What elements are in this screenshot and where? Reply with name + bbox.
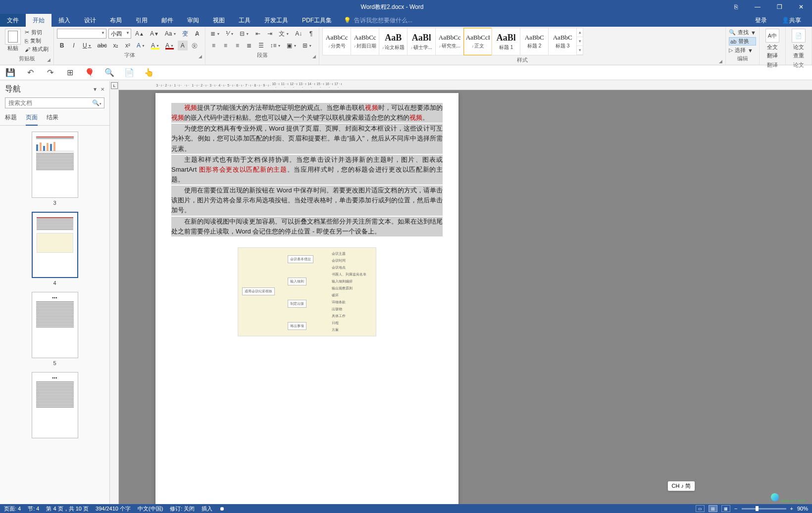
grow-font-button[interactable]: A▲	[133, 29, 146, 39]
font-launcher-icon[interactable]: ◢	[199, 54, 202, 59]
undo-button[interactable]: ↶	[26, 68, 35, 77]
clipboard-launcher-icon[interactable]: ◢	[47, 57, 51, 62]
tab-file[interactable]: 文件	[0, 14, 26, 27]
shading-button[interactable]: ▣▼	[285, 41, 299, 50]
nav-tab-headings[interactable]: 标题	[5, 111, 17, 125]
ribbon-display-options-icon[interactable]: ⎘	[725, 0, 747, 14]
status-page[interactable]: 页面: 4	[4, 505, 21, 513]
tab-layout[interactable]: 布局	[103, 14, 129, 27]
zoom-level[interactable]: 90%	[797, 506, 808, 512]
nav-close-icon[interactable]: ✕	[101, 87, 104, 92]
read-mode-button[interactable]: ▭	[696, 505, 705, 512]
style-card[interactable]: AaBl标题 1	[492, 28, 520, 55]
find-button[interactable]: 🔍查找▼	[729, 29, 756, 36]
close-icon[interactable]: ✕	[790, 0, 812, 14]
page-thumbnail[interactable]: 4	[32, 212, 78, 286]
decrease-indent-button[interactable]: ⇤	[253, 29, 263, 39]
embedded-diagram[interactable]: 通用会议纪要模板会议基本信息输入细则制定出版将出事项会议主题会议时间会议地点书面…	[238, 247, 376, 336]
justify-button[interactable]: ≣	[244, 41, 254, 50]
tab-review[interactable]: 审阅	[180, 14, 206, 27]
font-name-input[interactable]	[57, 29, 106, 39]
subscript-button[interactable]: x₂	[111, 41, 121, 50]
zoom-out-button[interactable]: −	[734, 506, 737, 512]
status-track-changes[interactable]: 修订: 关闭	[170, 505, 195, 513]
asian-layout-button[interactable]: 文▼	[277, 29, 291, 39]
horizontal-ruler[interactable]: 3 · ı · 2 · ı · 1 · ı · · ı · 1 · ı · 2 …	[119, 81, 812, 90]
find-icon[interactable]: 🔍	[105, 68, 114, 77]
maximize-icon[interactable]: ❐	[768, 0, 790, 14]
highlight-button[interactable]: A▼	[149, 41, 161, 50]
text-effects-button[interactable]: A▼	[135, 41, 147, 50]
numbering-button[interactable]: ⅟▼	[224, 29, 236, 39]
nav-options-icon[interactable]: ▼	[93, 87, 98, 92]
show-marks-button[interactable]: ¶	[306, 29, 316, 39]
char-shading-button[interactable]: A	[178, 41, 188, 50]
format-painter-button[interactable]: 🖌格式刷	[25, 46, 49, 53]
minimize-icon[interactable]: —	[747, 0, 768, 14]
tab-view[interactable]: 视图	[206, 14, 232, 27]
tell-me-input[interactable]	[354, 17, 443, 24]
paste-button[interactable]: 粘贴	[3, 28, 23, 54]
cut-button[interactable]: ✂剪切	[25, 29, 49, 36]
zoom-slider[interactable]	[742, 508, 786, 510]
multilevel-button[interactable]: ⊟▼	[238, 29, 251, 39]
style-card[interactable]: AaBbCc♪封面日期	[351, 28, 379, 55]
style-card[interactable]: AaBbCc♪分类号	[322, 28, 351, 55]
clear-formatting-button[interactable]: A̷	[192, 29, 202, 39]
style-card[interactable]: AaBl♪硕士学...	[407, 28, 436, 55]
search-icon[interactable]: 🔍▾	[92, 99, 102, 106]
paragraph[interactable]: 主题和样式也有助于文档保持协调。当您单击设计并选择新的主题时，图片、图表或 Sm…	[171, 155, 443, 185]
bold-button[interactable]: B	[57, 41, 67, 50]
chevron-down-icon[interactable]: ▼	[126, 31, 130, 35]
style-card[interactable]: AaBbCc♪研究生...	[435, 28, 464, 55]
tell-me-search[interactable]: 💡	[339, 17, 748, 24]
copy-button[interactable]: ⎘复制	[25, 37, 49, 45]
status-words[interactable]: 394/2410 个字	[96, 505, 131, 513]
nav-tab-pages[interactable]: 页面	[26, 111, 38, 126]
zoom-in-button[interactable]: +	[790, 506, 793, 512]
style-card[interactable]: AaB♪论文标题	[379, 28, 407, 55]
shrink-font-button[interactable]: A▼	[148, 29, 161, 39]
nav-search-input[interactable]	[5, 97, 104, 108]
paragraph[interactable]: 在新的阅读视图中阅读更加容易。可以折叠文档某些部分并关注所需文本。如果在达到结尾…	[171, 217, 443, 236]
superscript-button[interactable]: x²	[123, 41, 133, 50]
italic-button[interactable]: I	[69, 41, 79, 50]
paragraph[interactable]: 视频提供了功能强大的方法帮助您证明您的观点。当您单击联机视频时，可以在想要添加的…	[171, 103, 443, 123]
tab-design[interactable]: 设计	[77, 14, 103, 27]
increase-indent-button[interactable]: ⇥	[265, 29, 275, 39]
style-card[interactable]: AaBbCcI♪正文	[463, 28, 492, 55]
font-color-button[interactable]: A▼	[163, 41, 176, 50]
status-language[interactable]: 中文(中国)	[138, 505, 163, 513]
chevron-down-icon[interactable]: ▼	[748, 47, 753, 53]
paragraph[interactable]: 使用在需要位置出现的新按钮在 Word 中保存时间。若要更改图片适应文档的方式，…	[171, 186, 443, 215]
styles-more-icon[interactable]: ▼	[577, 46, 583, 55]
sort-button[interactable]: A↓	[293, 29, 304, 39]
paragraph[interactable]: 为使您的文档具有专业外观，Word 提供了页眉、页脚、封面和文本框设计，这些设计…	[171, 124, 443, 153]
distributed-button[interactable]: ☰	[256, 41, 266, 50]
bullets-button[interactable]: ≣▼	[208, 29, 222, 39]
chevron-down-icon[interactable]: ▼	[751, 30, 756, 36]
translate-button[interactable]: A中 全文翻译	[762, 28, 782, 60]
styles-up-icon[interactable]: ▲	[577, 28, 583, 37]
redo-button[interactable]: ↷	[46, 68, 54, 77]
page-thumbnail[interactable]: ■ ■ ■	[32, 372, 78, 440]
balloon-icon[interactable]: 🎈	[85, 68, 94, 77]
page[interactable]: 视频提供了功能强大的方法帮助您证明您的观点。当您单击联机视频时，可以在想要添加的…	[155, 93, 458, 504]
status-page-of[interactable]: 第 4 页，共 10 页	[46, 505, 89, 513]
print-layout-button[interactable]: ▤	[709, 505, 717, 512]
tab-developer[interactable]: 开发工具	[257, 14, 295, 27]
strikethrough-button[interactable]: abc	[96, 41, 109, 50]
paragraph-launcher-icon[interactable]: ◢	[312, 54, 316, 59]
macro-record-icon[interactable]: ⏺	[219, 506, 225, 512]
line-spacing-button[interactable]: ↕≡▼	[268, 41, 283, 50]
ruler-tab-selector[interactable]: L	[110, 81, 119, 90]
styles-launcher-icon[interactable]: ◢	[719, 59, 722, 64]
tab-references[interactable]: 引用	[129, 14, 154, 27]
table-button[interactable]: ⊞	[65, 68, 74, 77]
nav-tab-results[interactable]: 结果	[47, 111, 58, 125]
login-button[interactable]: 登录	[748, 14, 774, 27]
tab-home[interactable]: 开始	[26, 14, 51, 27]
change-case-button[interactable]: Aa▼	[163, 29, 179, 39]
share-button[interactable]: 👤共享	[775, 14, 808, 27]
page-thumbnail[interactable]: 3	[32, 132, 78, 206]
